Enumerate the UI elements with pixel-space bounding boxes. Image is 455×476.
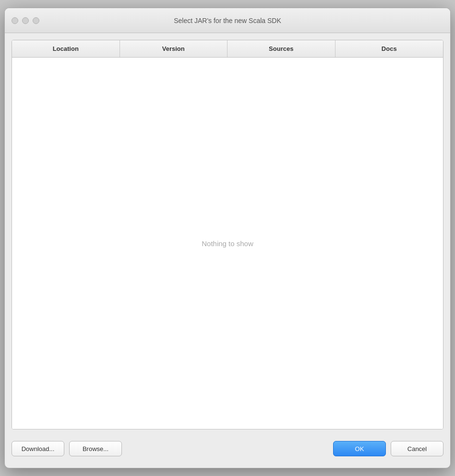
jar-table: Location Version Sources Docs Nothing to… — [12, 40, 443, 429]
main-content: Location Version Sources Docs Nothing to… — [5, 33, 450, 429]
ok-button[interactable]: OK — [333, 441, 386, 456]
window-controls — [12, 17, 39, 24]
maximize-button[interactable] — [33, 17, 39, 24]
column-header-location: Location — [12, 40, 120, 57]
footer-left-buttons: Download... Browse... — [12, 441, 333, 456]
download-button[interactable]: Download... — [12, 441, 64, 456]
column-header-sources: Sources — [228, 40, 335, 57]
footer: Download... Browse... OK Cancel — [5, 429, 450, 468]
column-header-docs: Docs — [335, 40, 443, 57]
browse-button[interactable]: Browse... — [69, 441, 122, 456]
close-button[interactable] — [12, 17, 18, 24]
empty-message: Nothing to show — [202, 239, 253, 248]
footer-right-buttons: OK Cancel — [333, 441, 443, 456]
minimize-button[interactable] — [22, 17, 29, 24]
dialog-window: Select JAR's for the new Scala SDK Locat… — [4, 8, 451, 468]
table-header: Location Version Sources Docs — [12, 40, 443, 58]
cancel-button[interactable]: Cancel — [391, 441, 443, 456]
window-title: Select JAR's for the new Scala SDK — [174, 17, 281, 24]
column-header-version: Version — [120, 40, 228, 57]
table-body: Nothing to show — [12, 58, 443, 429]
titlebar: Select JAR's for the new Scala SDK — [5, 8, 450, 33]
